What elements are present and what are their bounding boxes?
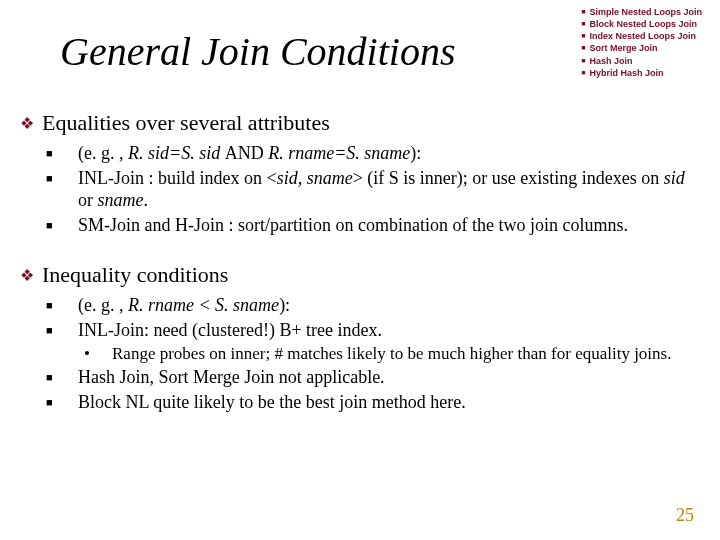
- content-area: ❖Equalities over several attributes ■(e.…: [20, 100, 700, 415]
- diamond-bullet-icon: ❖: [20, 266, 42, 285]
- join-types-list: Simple Nested Loops Join Block Nested Lo…: [581, 6, 702, 79]
- list-item: Simple Nested Loops Join: [581, 6, 702, 18]
- bullet-text: (e. g. , R. sid=S. sid AND R. rname=S. s…: [78, 143, 421, 163]
- square-bullet-icon: ■: [62, 324, 78, 338]
- bullet-text: Block NL quite likely to be the best joi…: [78, 392, 466, 412]
- slide: General Join Conditions Simple Nested Lo…: [0, 0, 720, 540]
- bullet-item: ■(e. g. , R. sid=S. sid AND R. rname=S. …: [62, 142, 700, 165]
- section-heading: ❖Inequality conditions: [20, 262, 700, 288]
- square-bullet-icon: ■: [62, 371, 78, 385]
- square-bullet-icon: ■: [62, 219, 78, 233]
- sub-bullet-item: •Range probes on inner; # matches likely…: [98, 343, 700, 364]
- diamond-bullet-icon: ❖: [20, 114, 42, 133]
- list-item: Hash Join: [581, 55, 702, 67]
- list-item: Hybrid Hash Join: [581, 67, 702, 79]
- bullet-text: Range probes on inner; # matches likely …: [112, 344, 671, 363]
- square-bullet-icon: ■: [62, 396, 78, 410]
- list-item: Index Nested Loops Join: [581, 30, 702, 42]
- page-number: 25: [676, 505, 694, 526]
- dot-bullet-icon: •: [98, 343, 112, 364]
- bullet-text: (e. g. , R. rname < S. sname):: [78, 295, 290, 315]
- bullet-item: ■INL-Join: need (clustered!) B+ tree ind…: [62, 319, 700, 342]
- bullet-text: INL-Join : build index on <sid, sname> (…: [78, 168, 685, 211]
- square-bullet-icon: ■: [62, 147, 78, 161]
- bullet-text: INL-Join: need (clustered!) B+ tree inde…: [78, 320, 382, 340]
- square-bullet-icon: ■: [62, 172, 78, 186]
- bullet-text: Hash Join, Sort Merge Join not applicabl…: [78, 367, 385, 387]
- square-bullet-icon: ■: [62, 299, 78, 313]
- bullet-item: ■Block NL quite likely to be the best jo…: [62, 391, 700, 414]
- bullet-text: SM-Join and H-Join : sort/partition on c…: [78, 215, 628, 235]
- bullet-item: ■Hash Join, Sort Merge Join not applicab…: [62, 366, 700, 389]
- bullet-item: ■INL-Join : build index on <sid, sname> …: [62, 167, 700, 212]
- slide-title: General Join Conditions: [60, 28, 456, 75]
- list-item: Sort Merge Join: [581, 42, 702, 54]
- list-item: Block Nested Loops Join: [581, 18, 702, 30]
- bullet-item: ■SM-Join and H-Join : sort/partition on …: [62, 214, 700, 237]
- heading-text: Inequality conditions: [42, 262, 228, 287]
- heading-text: Equalities over several attributes: [42, 110, 330, 135]
- bullet-item: ■(e. g. , R. rname < S. sname):: [62, 294, 700, 317]
- spacer: [20, 238, 700, 252]
- section-heading: ❖Equalities over several attributes: [20, 110, 700, 136]
